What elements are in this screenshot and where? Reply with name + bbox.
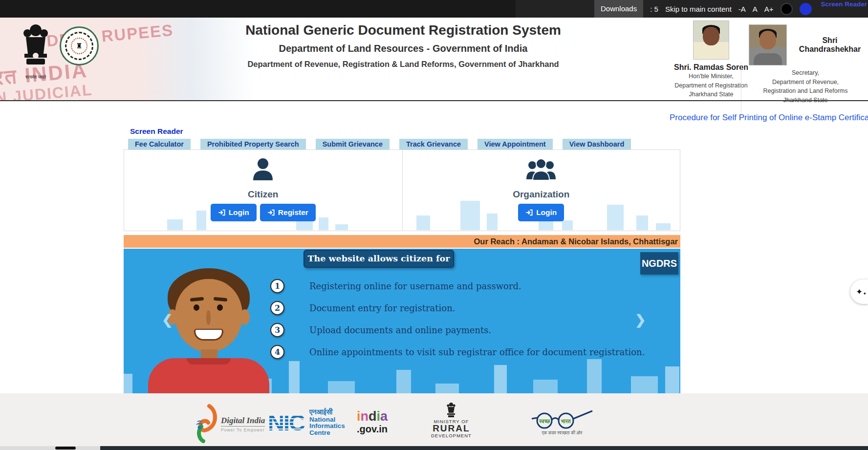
- skip-to-main-content-link[interactable]: Skip to main content: [665, 5, 732, 13]
- digital-india-tagline: Power To Empower: [221, 428, 265, 432]
- item-number-badge: 3: [270, 323, 284, 337]
- horizontal-scrollbar-thumb[interactable]: [55, 447, 76, 450]
- item-text: Online appointments to visit sub registr…: [309, 347, 645, 357]
- citizen-register-button[interactable]: Register: [260, 204, 316, 221]
- downloads-count: : 5: [650, 5, 658, 13]
- rural-line: DEVELOPMENT: [431, 433, 472, 438]
- minister-photo: [693, 21, 729, 60]
- swachh-bharat-glasses-icon: स्वच्छ भारत: [531, 408, 593, 429]
- header-divider: [0, 100, 868, 101]
- screen-reader-label[interactable]: Screen Reader: [130, 127, 183, 136]
- item-text: Upload documents and online payments.: [309, 325, 491, 335]
- organization-group-icon: [526, 158, 556, 183]
- carousel-prev-icon[interactable]: ❮: [162, 312, 173, 328]
- secretary-title-line: Secretary,: [743, 68, 868, 78]
- login-icon: [218, 209, 225, 216]
- carousel-list-item: 4 Online appointments to visit sub regis…: [270, 345, 645, 359]
- carousel-list-item: 3 Upload documents and online payments.: [270, 323, 491, 337]
- tab-submit-grievance[interactable]: Submit Grievance: [316, 139, 390, 150]
- screen-reader-top-link[interactable]: Screen Reader: [821, 0, 867, 8]
- top-accessibility-bar: Downloads : 5 Skip to main content -A A …: [0, 0, 868, 18]
- ngdrs-badge: NGDRS: [640, 252, 678, 275]
- digital-india-name: Digital India: [221, 416, 265, 427]
- carousel-heading: The website allows citizen for: [304, 250, 454, 268]
- carousel-list-item: 1 Registering online for username and pa…: [270, 279, 521, 293]
- carousel-list-item: 2 Document entry for registration.: [270, 301, 456, 315]
- svg-text:भारत: भारत: [561, 418, 571, 424]
- our-reach-marquee: Our Reach : Andaman & Nicobar Islands, C…: [124, 235, 680, 248]
- secretary-dept-line: Department of Revenue,: [743, 78, 868, 87]
- organization-panel: Organization Login: [402, 150, 680, 231]
- india-gov-in-logo[interactable]: india .gov.in: [357, 411, 388, 434]
- ashoka-emblem-icon: [446, 402, 456, 418]
- nic-abbr: NIC: [268, 409, 304, 436]
- dark-theme-toggle-icon[interactable]: [781, 3, 793, 15]
- secretary-dept-line2: Registration and Land Reforms: [743, 86, 868, 96]
- citizen-panel: Citizen Login Register: [124, 150, 402, 231]
- sparkle-small-icon: ✦: [863, 291, 867, 296]
- page-subtitle-1: Department of Land Resources - Governmen…: [210, 43, 596, 54]
- secretary-photo: [749, 24, 787, 65]
- ministry-rural-development-logo[interactable]: MINISTRY OF RURAL DEVELOPMENT: [431, 402, 472, 438]
- nic-hindi: एनआईसी: [309, 409, 345, 416]
- login-panels: Citizen Login Register: [124, 150, 680, 231]
- nic-line: National: [309, 416, 345, 423]
- item-number-badge: 2: [270, 301, 284, 315]
- digital-india-swoosh-icon: [195, 404, 217, 444]
- officials-divider: [741, 63, 741, 115]
- nic-line: Informatics: [309, 423, 345, 429]
- font-decrease-button[interactable]: -A: [738, 5, 746, 13]
- swachh-tagline: एक कदम स्वच्छता की ओर: [542, 430, 583, 436]
- tab-view-appointment[interactable]: View Appointment: [477, 139, 553, 150]
- citizen-label: Citizen: [124, 189, 402, 200]
- tab-prohibited-property-search[interactable]: Prohibited Property Search: [200, 139, 306, 150]
- blue-theme-toggle-icon[interactable]: [800, 3, 812, 15]
- item-text: Document entry for registration.: [309, 303, 456, 313]
- secretary-name: Shri Chandrashekhar: [792, 36, 868, 54]
- page-subtitle-2: Department of Revenue, Registration & La…: [210, 60, 596, 69]
- national-emblem-icon: सत्यमेव जयते: [20, 21, 52, 80]
- official-card-secretary: Shri Chandrashekhar Secretary, Departmen…: [743, 21, 868, 118]
- swachh-bharat-logo[interactable]: स्वच्छ भारत एक कदम स्वच्छता की ओर: [531, 408, 593, 436]
- item-number-badge: 1: [270, 279, 284, 293]
- rural-line: RURAL: [433, 424, 470, 433]
- copilot-sparkle-button[interactable]: ✦ ✦: [850, 279, 868, 304]
- india-word: india: [357, 411, 388, 424]
- item-text: Registering online for username and pass…: [309, 281, 521, 291]
- horizontal-scrollbar-track-dark[interactable]: [100, 446, 868, 450]
- register-icon: [267, 209, 275, 216]
- digital-india-logo[interactable]: Digital India Power To Empower: [195, 404, 265, 444]
- estamp-procedure-link[interactable]: Procedure for Self Printing of Online e-…: [670, 113, 868, 123]
- jharkhand-state-seal-icon: ♜: [60, 26, 99, 65]
- item-number-badge: 4: [270, 345, 284, 359]
- cartoon-man-illustration: [144, 267, 276, 393]
- sparkle-icon: ✦: [856, 287, 863, 297]
- font-normal-button[interactable]: A: [753, 5, 758, 13]
- organization-label: Organization: [403, 189, 680, 200]
- organization-login-button[interactable]: Login: [518, 204, 564, 221]
- page-title: National Generic Document Registration S…: [210, 22, 596, 38]
- site-header: DRED RUPEES रत INDIA N JUDICIAL सत्यमेव …: [0, 18, 868, 101]
- footer: Digital India Power To Empower NIC एनआईस…: [0, 393, 868, 446]
- emblem-caption: सत्यमेव जयते: [20, 75, 52, 80]
- india-domain: .gov.in: [357, 424, 388, 434]
- info-carousel: The website allows citizen for NGDRS 1 R…: [124, 249, 680, 393]
- quick-links-tabbar: Fee Calculator Prohibited Property Searc…: [128, 139, 631, 150]
- citizen-person-icon: [252, 158, 274, 183]
- svg-text:स्वच्छ: स्वच्छ: [539, 418, 550, 424]
- font-increase-button[interactable]: A+: [764, 5, 774, 13]
- downloads-button[interactable]: Downloads: [594, 0, 643, 18]
- tab-view-dashboard[interactable]: View Dashboard: [563, 139, 631, 150]
- login-icon: [525, 209, 533, 216]
- tab-fee-calculator[interactable]: Fee Calculator: [128, 139, 191, 150]
- tab-track-grievance[interactable]: Track Grievance: [399, 139, 468, 150]
- nic-logo[interactable]: NIC एनआईसी National Informatics Centre: [268, 409, 345, 436]
- horizontal-scrollbar-track[interactable]: [0, 446, 100, 450]
- citizen-login-button[interactable]: Login: [211, 204, 257, 221]
- nic-line: Centre: [309, 429, 345, 436]
- carousel-next-icon[interactable]: ❯: [635, 312, 646, 328]
